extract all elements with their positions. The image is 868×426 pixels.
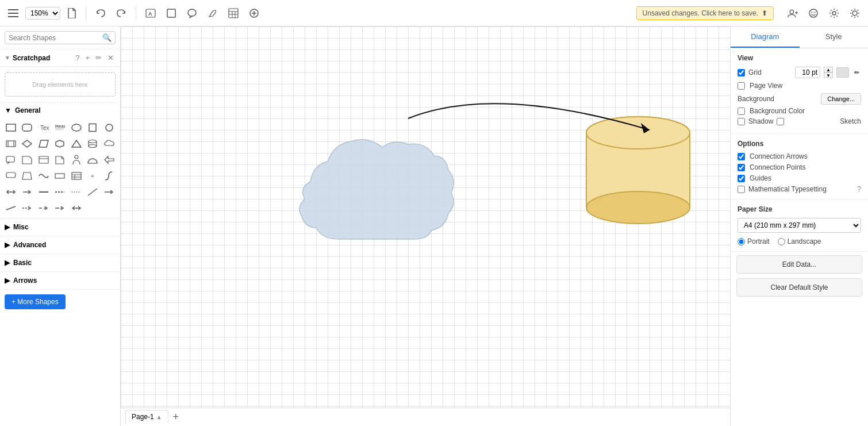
settings-button[interactable] bbox=[825, 6, 843, 21]
math-help-icon[interactable]: ? bbox=[857, 185, 861, 193]
shape-process[interactable] bbox=[3, 136, 18, 151]
sketch-checkbox[interactable] bbox=[777, 118, 784, 125]
insert-button[interactable] bbox=[245, 6, 263, 21]
unsaved-banner[interactable]: Unsaved changes. Click here to save. ⬆ bbox=[636, 6, 774, 20]
text-tool-button[interactable]: A bbox=[142, 6, 159, 21]
shape-dashed-arrow[interactable] bbox=[20, 201, 34, 216]
add-person-button[interactable] bbox=[784, 6, 801, 21]
shape-parallelogram[interactable] bbox=[36, 136, 51, 151]
scratchpad-add-button[interactable]: + bbox=[83, 53, 91, 63]
search-button[interactable]: 🔍 bbox=[102, 33, 112, 42]
portrait-radio[interactable] bbox=[738, 238, 745, 245]
shape-text[interactable]: Text bbox=[36, 120, 51, 135]
shape-cylinder[interactable] bbox=[85, 136, 100, 151]
grid-up-button[interactable]: ▲ bbox=[824, 67, 833, 72]
scratchpad-edit-button[interactable]: ✏ bbox=[94, 53, 103, 63]
shape-double-ended-arrow[interactable] bbox=[69, 201, 84, 216]
tab-diagram[interactable]: Diagram bbox=[731, 26, 800, 48]
page-tab-1[interactable]: Page-1 ▲ bbox=[125, 410, 168, 424]
shape-arrow-right-bent[interactable] bbox=[20, 185, 34, 199]
scratchpad-help-button[interactable]: ? bbox=[74, 53, 81, 63]
paper-size-select[interactable]: A4 (210 mm x 297 mm) A3 (297 mm x 420 mm… bbox=[738, 218, 861, 233]
pen-tool-button[interactable] bbox=[204, 6, 221, 21]
shape-heading[interactable]: Heading bbox=[52, 120, 67, 135]
shape-rounded-banner[interactable] bbox=[3, 168, 18, 183]
shape-card[interactable] bbox=[36, 152, 51, 167]
shape-trapezoid[interactable] bbox=[20, 168, 34, 183]
shape-cross[interactable] bbox=[52, 168, 67, 183]
page-view-checkbox[interactable] bbox=[738, 82, 745, 90]
canvas-cloud-shape[interactable] bbox=[293, 113, 466, 270]
more-shapes-button[interactable]: + More Shapes bbox=[5, 294, 66, 309]
connection-points-checkbox[interactable] bbox=[738, 164, 745, 171]
edit-data-button[interactable]: Edit Data... bbox=[736, 255, 862, 274]
portrait-label[interactable]: Portrait bbox=[738, 237, 770, 245]
shape-long-dash-arrow[interactable] bbox=[52, 201, 67, 216]
guides-checkbox[interactable] bbox=[738, 175, 745, 182]
shape-wave[interactable] bbox=[36, 168, 51, 183]
svg-marker-45 bbox=[56, 140, 64, 147]
bgcolor-checkbox[interactable] bbox=[738, 108, 745, 115]
svg-text:A: A bbox=[148, 11, 152, 17]
new-file-button[interactable] bbox=[64, 6, 80, 21]
shape-callout[interactable] bbox=[3, 152, 18, 167]
shape-arrow-left[interactable] bbox=[102, 152, 117, 167]
shape-dashed-line[interactable] bbox=[52, 185, 67, 199]
shape-diagonal-line[interactable] bbox=[85, 185, 100, 199]
tab-style[interactable]: Style bbox=[800, 26, 869, 48]
shape-solid-line[interactable] bbox=[36, 185, 51, 199]
advanced-header[interactable]: ▶ Advanced bbox=[0, 236, 120, 254]
shape-list[interactable]: ≡ bbox=[85, 168, 100, 183]
shape-page[interactable] bbox=[52, 152, 67, 167]
landscape-label[interactable]: Landscape bbox=[778, 237, 821, 245]
canvas-cylinder-shape[interactable] bbox=[581, 116, 696, 232]
bubble-tool-button[interactable] bbox=[183, 6, 201, 21]
shape-two-dash-arrow[interactable] bbox=[36, 201, 51, 216]
shape-diamond[interactable] bbox=[20, 136, 34, 151]
canvas[interactable] bbox=[121, 26, 730, 408]
grid-color-swatch[interactable] bbox=[836, 67, 849, 78]
grid-checkbox[interactable] bbox=[738, 69, 745, 76]
shape-rect[interactable] bbox=[3, 120, 18, 135]
grid-edit-button[interactable]: ✏ bbox=[852, 68, 861, 77]
emoji-button[interactable] bbox=[805, 6, 822, 21]
search-input[interactable] bbox=[9, 34, 102, 42]
clear-default-style-button[interactable]: Clear Default Style bbox=[736, 278, 862, 297]
misc-header[interactable]: ▶ Misc bbox=[0, 218, 120, 236]
sidebar-toggle-button[interactable] bbox=[5, 7, 22, 20]
add-page-button[interactable]: + bbox=[172, 410, 180, 424]
shape-double-arrow[interactable] bbox=[3, 185, 18, 199]
basic-header[interactable]: ▶ Basic bbox=[0, 254, 120, 271]
shape-tool-button[interactable] bbox=[163, 6, 180, 21]
math-checkbox[interactable] bbox=[738, 186, 745, 193]
shape-ellipse[interactable] bbox=[69, 120, 84, 135]
grid-pt-input[interactable] bbox=[795, 67, 820, 78]
shape-plain-line[interactable] bbox=[3, 201, 18, 216]
shadow-checkbox[interactable] bbox=[738, 118, 745, 125]
shape-arrow-line[interactable] bbox=[102, 185, 117, 199]
shape-circle[interactable] bbox=[102, 120, 117, 135]
shape-table[interactable] bbox=[69, 168, 84, 183]
shape-square[interactable] bbox=[85, 120, 100, 135]
redo-button[interactable] bbox=[113, 6, 130, 20]
shape-person[interactable] bbox=[69, 152, 84, 167]
shape-note[interactable] bbox=[20, 152, 34, 167]
grid-down-button[interactable]: ▼ bbox=[824, 72, 833, 78]
landscape-radio[interactable] bbox=[778, 238, 785, 245]
shape-dotted-line[interactable] bbox=[69, 185, 84, 199]
shape-rounded-rect[interactable] bbox=[20, 120, 34, 135]
shape-cloud[interactable] bbox=[102, 136, 117, 151]
arrows-header[interactable]: ▶ Arrows bbox=[0, 272, 120, 289]
theme-button[interactable] bbox=[846, 6, 863, 21]
connection-arrows-checkbox[interactable] bbox=[738, 153, 745, 160]
undo-button[interactable] bbox=[92, 6, 109, 20]
change-background-button[interactable]: Change... bbox=[821, 93, 861, 105]
general-category-header[interactable]: ▼ General bbox=[0, 103, 120, 118]
scratchpad-close-button[interactable]: ✕ bbox=[106, 53, 116, 63]
shape-hexagon[interactable] bbox=[52, 136, 67, 151]
shape-triangle[interactable] bbox=[69, 136, 84, 151]
zoom-select[interactable]: 150% 100% 75% 50% bbox=[25, 7, 60, 20]
table-tool-button[interactable] bbox=[225, 6, 242, 21]
shape-half-circle[interactable] bbox=[85, 152, 100, 167]
shape-s-curve[interactable] bbox=[102, 168, 117, 183]
